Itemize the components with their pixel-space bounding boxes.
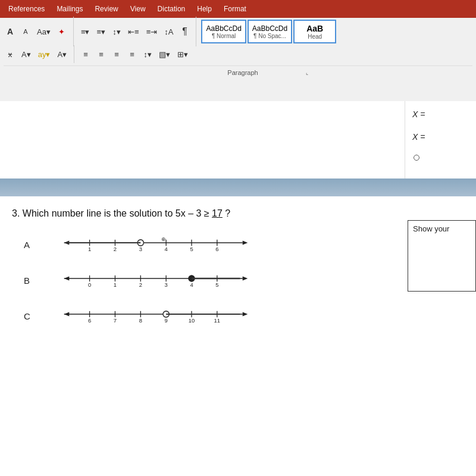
show-work-box: Show your	[408, 220, 476, 292]
bullet-list-btn[interactable]: ≡▾	[79, 25, 92, 38]
svg-marker-15	[243, 277, 248, 281]
numbered-list-btn[interactable]: ≡▾	[95, 25, 108, 38]
number-line-a-row: A 1 2 3	[24, 236, 464, 253]
nl-b-label: B	[24, 275, 35, 286]
borders-btn[interactable]: ⊞▾	[175, 48, 190, 61]
number-lines: A 1 2 3	[12, 236, 464, 325]
divider-3	[74, 45, 74, 63]
align-justify-btn[interactable]: ≡	[126, 48, 139, 61]
tab-mailings[interactable]: Mailings	[51, 2, 89, 15]
svg-text:5: 5	[215, 281, 218, 288]
svg-text:6: 6	[88, 317, 91, 324]
number-line-c-row: C 6 7 8 9	[24, 307, 464, 325]
font-color-btn[interactable]: A▾	[55, 48, 69, 61]
divider-2	[196, 17, 196, 46]
show-work-label: Show your	[413, 224, 449, 233]
tab-view[interactable]: View	[124, 2, 152, 15]
number-line-b-row: B 0 1 2 3	[24, 271, 464, 289]
format-clear-btn[interactable]: ✦	[55, 25, 68, 38]
divider-1	[73, 17, 74, 46]
svg-text:7: 7	[114, 317, 117, 324]
line-spacing-btn[interactable]: ↕▾	[141, 48, 154, 61]
doc-panel-top: X = X =	[0, 101, 476, 178]
nl-a-right-arrow	[243, 241, 248, 245]
tab-dictation[interactable]: Dictation	[152, 2, 192, 15]
increase-indent-btn[interactable]: ≡⇥	[144, 25, 160, 38]
content-area: X = X = Show your 3. Which number line i…	[0, 101, 476, 476]
align-center-btn[interactable]: ≡	[95, 48, 108, 61]
ribbon-paragraph-label-row: Paragraph ⌞	[4, 65, 472, 77]
indent-btn[interactable]: ↕▾	[110, 25, 123, 38]
style-nospace[interactable]: AaBbCcDd ¶ No Spac...	[248, 20, 292, 43]
svg-marker-31	[243, 312, 248, 317]
nl-a-label: A	[24, 240, 35, 250]
svg-text:4: 4	[190, 281, 193, 288]
problem-suffix: ?	[225, 208, 230, 218]
svg-text:1: 1	[114, 281, 117, 288]
nl-c-container: 6 7 8 9 10 11	[43, 307, 269, 325]
align-right-btn[interactable]: ≡	[110, 48, 123, 61]
svg-text:9: 9	[165, 317, 168, 324]
paragraph-expand-icon[interactable]: ⌞	[306, 70, 308, 76]
doc-panel-bottom: Show your 3. Which number line is the so…	[0, 196, 476, 476]
problem-body: Which number line is the solution to 5x …	[23, 208, 209, 218]
font-grow-btn[interactable]: A	[4, 25, 17, 38]
style-normal[interactable]: AaBbCcDd ¶ Normal	[201, 20, 246, 43]
highlight-btn[interactable]: ay▾	[36, 48, 53, 61]
ribbon-row-2: x A▾ ay▾ A▾ ≡ ≡ ≡ ≡ ↕▾ ▧▾ ⊞▾	[4, 43, 472, 65]
svg-text:1: 1	[88, 246, 91, 252]
svg-text:10: 10	[189, 317, 195, 324]
svg-text:8: 8	[139, 317, 142, 324]
style-nospace-sublabel: ¶ No Spac...	[252, 33, 287, 39]
svg-text:6: 6	[215, 246, 218, 252]
tab-help[interactable]: Help	[191, 2, 218, 15]
shading-btn[interactable]: ▧▾	[156, 48, 173, 61]
svg-text:2: 2	[139, 281, 142, 288]
nl-a-cursor: ⊕	[161, 236, 166, 242]
style-heading-label: AaB	[298, 24, 331, 33]
ribbon: References Mailings Review View Dictatio…	[0, 0, 476, 101]
svg-text:2: 2	[114, 246, 117, 252]
nl-b-svg: 0 1 2 3 4 5	[43, 271, 269, 289]
ribbon-tab-bar: References Mailings Review View Dictatio…	[0, 0, 476, 18]
subscript-btn[interactable]: A▾	[19, 48, 33, 61]
problem-text: 3. Which number line is the solution to …	[12, 208, 464, 219]
align-left-btn[interactable]: ≡	[79, 48, 92, 61]
nl-c-svg: 6 7 8 9 10 11	[43, 307, 269, 325]
style-heading-sublabel: Head	[298, 33, 331, 40]
svg-marker-16	[64, 277, 70, 281]
tab-format[interactable]: Format	[218, 2, 252, 15]
problem-highlight: 17	[212, 208, 223, 218]
svg-text:0: 0	[88, 281, 91, 288]
nl-a-container: 1 2 3 4 5 6 ⊕	[43, 236, 269, 253]
style-normal-sublabel: ¶ Normal	[206, 33, 241, 39]
style-nospace-label: AaBbCcDd	[252, 24, 287, 33]
styles-group: AaBbCcDd ¶ Normal AaBbCcDd ¶ No Spac... …	[201, 20, 336, 43]
strikethrough-btn[interactable]: x	[4, 48, 17, 61]
nl-c-label: C	[24, 311, 35, 321]
problem-number: 3.	[12, 208, 20, 218]
pilcrow-btn[interactable]: ¶	[178, 25, 191, 38]
ribbon-body: A A Aa▾ ✦ ≡▾ ≡▾ ↕▾ ⇤≡ ≡⇥ ↕A ¶ AaBbCcDd ¶…	[0, 18, 476, 101]
svg-text:11: 11	[214, 317, 220, 324]
svg-text:3: 3	[165, 281, 168, 288]
circle-decoration	[414, 155, 419, 161]
nl-b-container: 0 1 2 3 4 5	[43, 271, 269, 289]
nl-a-svg: 1 2 3 4 5 6 ⊕	[43, 236, 269, 253]
style-heading[interactable]: AaB Head	[293, 20, 336, 43]
equation-1: X =	[412, 109, 469, 119]
tab-references[interactable]: References	[2, 2, 51, 15]
tab-review[interactable]: Review	[89, 2, 124, 15]
font-dropdown-btn[interactable]: Aa▾	[35, 25, 53, 38]
svg-marker-32	[64, 312, 70, 317]
font-shrink-btn[interactable]: A	[19, 25, 32, 38]
svg-text:4: 4	[165, 246, 168, 252]
ribbon-row-1: A A Aa▾ ✦ ≡▾ ≡▾ ↕▾ ⇤≡ ≡⇥ ↕A ¶ AaBbCcDd ¶…	[4, 20, 472, 43]
equation-2: X =	[412, 132, 469, 142]
equations-panel: X = X =	[405, 101, 476, 178]
decrease-indent-btn[interactable]: ⇤≡	[126, 25, 142, 38]
style-normal-label: AaBbCcDd	[206, 24, 241, 33]
sort-btn[interactable]: ↕A	[162, 25, 176, 38]
blue-separator-band	[0, 178, 476, 196]
ribbon-paragraph-label: Paragraph	[227, 69, 258, 76]
